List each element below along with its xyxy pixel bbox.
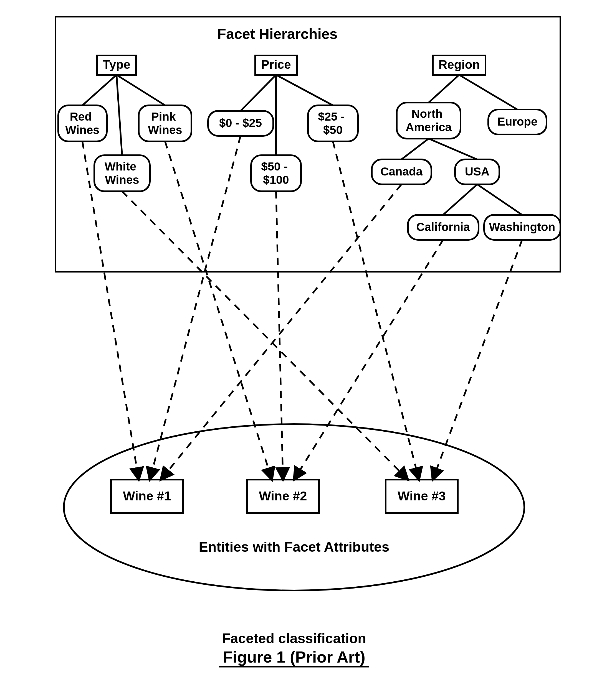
entity-wine-1-label: Wine #1 <box>123 489 171 503</box>
edge-region-na <box>429 75 459 103</box>
node-price-0-25: $0 - $25 <box>208 111 273 136</box>
node-usa: USA <box>455 159 499 184</box>
edge-price-25 <box>276 75 333 105</box>
svg-text:Pink
      Wines: Pink Wines <box>148 110 182 137</box>
edge-type-pink <box>116 75 165 105</box>
node-white-wines: White Wines <box>94 155 150 191</box>
node-europe: Europe <box>488 110 546 134</box>
entity-wine-2-label: Wine #2 <box>259 489 307 503</box>
edge-na-canada <box>401 139 429 159</box>
svg-text:$50 -
      $100: $50 - $100 <box>261 160 291 186</box>
map-california-to-wine2 <box>294 240 443 480</box>
node-north-america: North America <box>397 103 460 139</box>
svg-text:California: California <box>416 220 470 233</box>
edge-region-eu <box>459 75 517 110</box>
svg-text:Europe: Europe <box>498 115 538 128</box>
node-price-50-100: $50 - $100 <box>251 155 301 191</box>
edge-price-0 <box>240 75 276 111</box>
edge-na-usa <box>429 139 477 159</box>
map-white-to-wine3 <box>122 191 408 480</box>
facet-root-price-label: Price <box>261 58 291 71</box>
svg-text:USA: USA <box>465 165 490 178</box>
figure-caption-line2: Figure 1 (Prior Art) <box>223 648 365 666</box>
facet-hierarchies-title: Facet Hierarchies <box>217 26 338 42</box>
entities-title: Entities with Facet Attributes <box>199 539 389 555</box>
facet-root-type-label: Type <box>103 58 130 71</box>
svg-text:North
      America: North America <box>406 107 451 134</box>
map-p50-to-wine2 <box>276 191 283 480</box>
map-washington-to-wine3 <box>433 240 522 480</box>
svg-text:Washington: Washington <box>489 220 555 233</box>
edge-usa-cal <box>443 184 477 215</box>
svg-text:White
      Wines: White Wines <box>105 160 140 186</box>
node-price-25-50: $25 - $50 <box>308 105 358 141</box>
edge-type-white <box>116 75 122 155</box>
entity-wine-3-label: Wine #3 <box>398 489 446 503</box>
svg-text:Canada: Canada <box>380 165 422 178</box>
node-canada: Canada <box>372 159 431 184</box>
node-pink-wines: Pink Wines <box>139 105 192 141</box>
facet-root-region-label: Region <box>438 58 480 71</box>
svg-text:Red
      Wines: Red Wines <box>65 110 99 137</box>
node-california: California <box>408 215 478 240</box>
figure-caption-line1: Faceted classification <box>222 631 366 646</box>
edge-type-red <box>82 75 116 105</box>
node-red-wines: Red Wines <box>58 105 107 141</box>
node-washington: Washington <box>484 215 560 240</box>
edge-usa-wash <box>477 184 522 215</box>
svg-text:$0 - $25: $0 - $25 <box>219 116 262 129</box>
